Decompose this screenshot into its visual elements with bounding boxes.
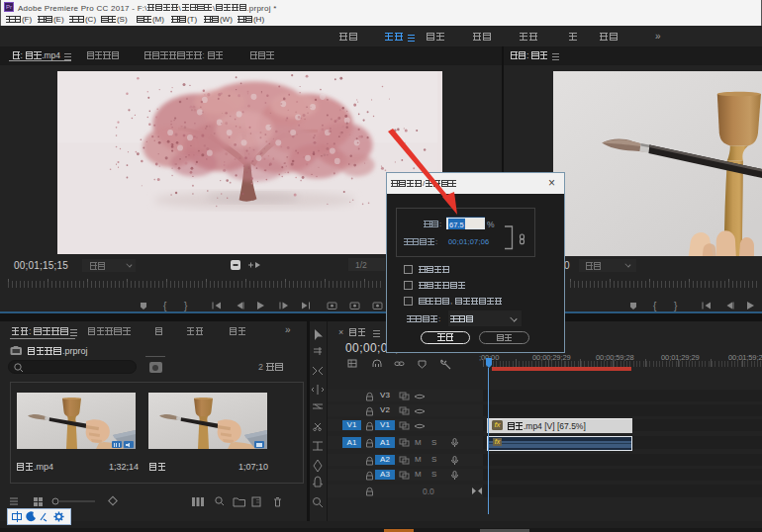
svg-text:}: }	[184, 301, 188, 311]
svg-text:{: {	[653, 301, 657, 311]
svg-text:{: {	[163, 301, 167, 311]
svg-text:}: }	[674, 301, 678, 311]
